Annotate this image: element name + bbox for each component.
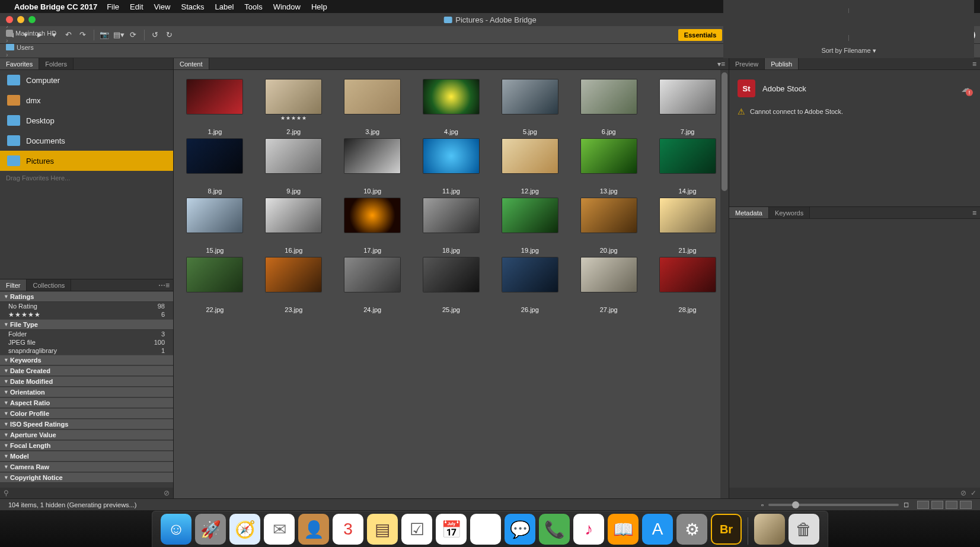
menu-edit[interactable]: Edit	[130, 2, 143, 11]
dock-itunes[interactable]: ♪	[573, 514, 604, 545]
dock-calendar2[interactable]: 📅	[436, 514, 467, 545]
filter-group-iso-speed-ratings[interactable]: ISO Speed Ratings	[0, 419, 173, 430]
tab-filter[interactable]: Filter	[0, 279, 27, 291]
filter-group-focal-length[interactable]: Focal Length	[0, 440, 173, 451]
thumbnail-item[interactable]: 20.jpg	[571, 198, 646, 254]
slider-track[interactable]	[768, 504, 899, 506]
filter-group-ratings[interactable]: Ratings	[0, 291, 173, 302]
cancel-edit-icon[interactable]: ⊘	[960, 489, 966, 497]
tab-folders[interactable]: Folders	[39, 58, 74, 69]
thumbnail-item[interactable]: 7.jpg	[650, 79, 725, 135]
view-list-icon[interactable]: ☰ ▾	[843, 0, 854, 1]
thumbnail-item[interactable]: 17.jpg	[335, 198, 410, 254]
filter-group-camera-raw[interactable]: Camera Raw	[0, 462, 173, 472]
thumbnail-item[interactable]: 24.jpg	[335, 257, 410, 313]
thumb-size-slider[interactable]: ▫ ◻	[761, 501, 909, 508]
dock-contacts[interactable]: 👤	[298, 514, 329, 545]
parent-button[interactable]: ↶	[62, 29, 75, 41]
thumbnail-item[interactable]: 5.jpg	[492, 79, 567, 135]
tab-metadata[interactable]: Metadata	[729, 207, 769, 218]
menu-label[interactable]: Label	[215, 2, 234, 11]
close-button[interactable]	[6, 16, 13, 23]
apply-edit-icon[interactable]: ✓	[971, 489, 976, 497]
filter-row[interactable]: ★★★★★6	[0, 310, 173, 319]
panel-menu-icon[interactable]: ≡	[969, 207, 980, 218]
tab-collections[interactable]: Collections	[27, 279, 71, 291]
thumbnail-item[interactable]: 3.jpg	[335, 79, 410, 135]
rotate-cw-button[interactable]: ↻	[162, 29, 175, 41]
menu-tools[interactable]: Tools	[244, 2, 262, 11]
filter-group-aspect-ratio[interactable]: Aspect Ratio	[0, 397, 173, 408]
favorite-desktop[interactable]: Desktop	[0, 110, 173, 131]
dock-calendar[interactable]: 3	[333, 514, 363, 545]
filter-group-orientation[interactable]: Orientation	[0, 387, 173, 397]
thumbnail-item[interactable]: 14.jpg	[650, 139, 725, 195]
thumbnail-item[interactable]: 21.jpg	[650, 198, 725, 254]
view-thumbnails-button[interactable]	[917, 501, 929, 509]
thumbnail-item[interactable]: 19.jpg	[492, 198, 567, 254]
thumbnail-item[interactable]: 11.jpg	[414, 139, 489, 195]
tab-content[interactable]: Content	[174, 58, 209, 69]
favorite-documents[interactable]: Documents	[0, 131, 173, 151]
filter-row[interactable]: snapndraglibrary1	[0, 346, 173, 355]
filter-row[interactable]: Folder3	[0, 330, 173, 338]
view-list-button[interactable]	[960, 501, 972, 509]
favorite-computer[interactable]: Computer	[0, 70, 173, 90]
filter-group-aperture-value[interactable]: Aperture Value	[0, 430, 173, 440]
thumbnail-item[interactable]: 16.jpg	[256, 198, 331, 254]
thumbnail-item[interactable]: 9.jpg	[256, 139, 331, 195]
sort-menu[interactable]: Sort by Filename ▾	[821, 47, 876, 55]
thumbnail-item[interactable]: 26.jpg	[492, 257, 567, 313]
filter-group-file-type[interactable]: File Type	[0, 319, 173, 330]
menu-view[interactable]: View	[154, 2, 171, 11]
tab-publish[interactable]: Publish	[765, 58, 799, 69]
refresh-button[interactable]: ⟳	[126, 29, 139, 41]
recent-button[interactable]: ↷	[76, 29, 89, 41]
stock-row[interactable]: St Adobe Stock ☁!	[735, 76, 974, 101]
pin-icon[interactable]: ⚲	[4, 489, 9, 497]
dock-ibooks[interactable]: 📖	[608, 514, 639, 545]
dock-trash[interactable]: 🗑	[789, 514, 819, 545]
dock-appstore[interactable]: A	[642, 514, 673, 545]
filter-group-model[interactable]: Model	[0, 451, 173, 462]
view-details-button[interactable]	[946, 501, 957, 509]
thumbnail-item[interactable]: 27.jpg	[571, 257, 646, 313]
dock-bridge[interactable]: Br	[711, 514, 742, 545]
thumbnail-item[interactable]: 23.jpg	[256, 257, 331, 313]
dock-reminders[interactable]: ☑	[401, 514, 432, 545]
filter-group-copyright-notice[interactable]: Copyright Notice	[0, 472, 173, 483]
thumbnail-item[interactable]: 18.jpg	[414, 198, 489, 254]
thumbnail-item[interactable]: 8.jpg	[177, 139, 253, 195]
dock-photos[interactable]: ✿	[470, 514, 501, 545]
menu-file[interactable]: File	[107, 2, 119, 11]
thumbnail-item[interactable]: 22.jpg	[177, 257, 253, 313]
favorite-dmx[interactable]: dmx	[0, 90, 173, 110]
thumbnail-item[interactable]: 12.jpg	[492, 139, 567, 195]
dock-facetime[interactable]: 📞	[539, 514, 570, 545]
menu-help[interactable]: Help	[311, 2, 327, 11]
menu-stacks[interactable]: Stacks	[181, 2, 204, 11]
camera-button[interactable]: 📷	[98, 29, 111, 41]
filter-group-date-modified[interactable]: Date Modified	[0, 376, 173, 387]
thumbnail-item[interactable]: 1.jpg	[177, 79, 253, 135]
thumbnail-item[interactable]: ★★★★★2.jpg	[256, 79, 331, 135]
app-name[interactable]: Adobe Bridge CC 2017	[14, 2, 97, 11]
thumbnail-item[interactable]: 10.jpg	[335, 139, 410, 195]
content-scrollbar[interactable]	[720, 70, 729, 498]
thumbnail-item[interactable]: 15.jpg	[177, 198, 253, 254]
dock-finder[interactable]: ☺	[161, 514, 191, 545]
dock-mail[interactable]: ✉	[264, 514, 295, 545]
dock-messages[interactable]: 💬	[505, 514, 535, 545]
filter-row[interactable]: JPEG file100	[0, 338, 173, 346]
scrollbar-thumb[interactable]	[722, 72, 727, 191]
clear-filter-icon[interactable]: ⊘	[164, 489, 170, 497]
thumb-smaller-icon[interactable]: ▫	[761, 501, 764, 508]
tab-favorites[interactable]: Favorites	[0, 58, 39, 69]
view-lock-button[interactable]	[931, 501, 943, 509]
filter-row[interactable]: No Rating98	[0, 302, 173, 310]
dock-safari[interactable]: 🧭	[229, 514, 260, 545]
dock-notes[interactable]: ▤	[367, 514, 398, 545]
batch-button[interactable]: ▤▾	[112, 29, 125, 41]
crumb-macintosh-hd[interactable]: Macintosh HD	[6, 30, 56, 37]
panel-menu-icon[interactable]: ≡	[969, 58, 980, 69]
